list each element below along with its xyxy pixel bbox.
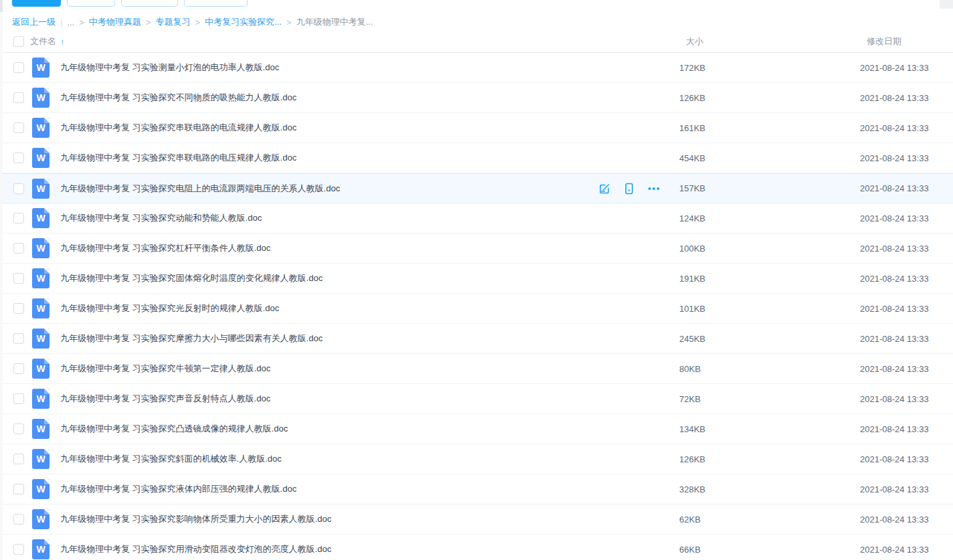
file-row[interactable]: W 九年级物理中考复 习实验探究牛顿第一定律人教版.doc [3, 354, 953, 384]
column-header-date[interactable]: 修改日期 [860, 35, 953, 48]
file-name[interactable]: 九年级物理中考复 习实验探究用滑动变阻器改变灯泡的亮度人教版.doc [60, 543, 331, 555]
file-date: 2021-08-24 13:33 [860, 63, 953, 73]
row-checkbox[interactable] [13, 273, 24, 284]
scrollbar-thumb[interactable] [940, 0, 953, 9]
secondary-action-button-2[interactable] [121, 0, 178, 7]
file-name[interactable]: 九年级物理中考复 习实验探究斜面的机械效率.人教版.doc [60, 453, 282, 465]
file-row[interactable]: W 九年级物理中考复 习实验探究电阻上的电流跟两端电压的关系人教版.doc [3, 173, 953, 203]
file-row[interactable]: W 九年级物理中考复 习实验探究影响物体所受重力大小的因素人教版.doc [3, 504, 953, 535]
file-size: 80KB [679, 364, 860, 374]
file-name[interactable]: 九年级物理中考复 习实验探究声音反射特点人教版.doc [60, 393, 270, 405]
row-checkbox[interactable] [13, 424, 24, 434]
file-name-cell: 九年级物理中考复 习实验探究光反射时的规律人教版.doc [60, 302, 679, 315]
file-size: 191KB [679, 274, 860, 284]
file-row[interactable]: W 九年级物理中考复 习实验探究杠杆平衡条件人教版.doc [3, 234, 953, 264]
file-name[interactable]: 九年级物理中考复 习实验探究凸透镜成像的规律人教版.doc [60, 423, 288, 435]
file-size: 161KB [679, 123, 860, 133]
file-row[interactable]: W 九年级物理中考复 习实验测量小灯泡的电功率人教版.doc [3, 53, 953, 83]
file-size: 134KB [679, 424, 860, 434]
file-date: 2021-08-24 13:33 [860, 123, 953, 133]
file-name[interactable]: 九年级物理中考复 习实验探究杠杆平衡条件人教版.doc [60, 242, 270, 254]
row-checkbox[interactable] [13, 213, 24, 223]
file-row[interactable]: W 九年级物理中考复 习实验探究液体内部压强的规律人教版.doc [3, 474, 953, 504]
breadcrumb-link[interactable]: 返回上一级 [12, 16, 56, 28]
word-document-icon: W [32, 509, 50, 529]
breadcrumb: 返回上一级|...>中考物理真题>专题复习>中考复习实验探究...>九年级物理中… [3, 7, 953, 31]
row-checkbox[interactable] [13, 363, 24, 374]
edit-icon[interactable] [598, 182, 611, 195]
file-size: 328KB [679, 484, 860, 494]
column-header-filename[interactable]: 文件名 ↑ [30, 35, 679, 48]
row-checkbox[interactable] [13, 153, 24, 163]
file-size: 62KB [679, 515, 860, 525]
row-checkbox[interactable] [13, 393, 24, 404]
file-name[interactable]: 九年级物理中考复 习实验探究不同物质的吸热能力人教版.doc [60, 92, 296, 104]
file-size: 66KB [679, 545, 860, 555]
file-name[interactable]: 九年级物理中考复 习实验探究串联电路的电流规律人教版.doc [60, 122, 296, 134]
file-row[interactable]: W 九年级物理中考复 习实验探究斜面的机械效率.人教版.doc [3, 444, 953, 474]
column-header-size[interactable]: 大小 [679, 35, 860, 48]
file-name[interactable]: 九年级物理中考复 习实验探究液体内部压强的规律人教版.doc [60, 483, 296, 495]
file-name[interactable]: 九年级物理中考复 习实验探究光反射时的规律人教版.doc [60, 302, 279, 314]
file-name[interactable]: 九年级物理中考复 习实验探究动能和势能人教版.doc [60, 212, 262, 224]
breadcrumb-separator: > [146, 17, 151, 27]
breadcrumb-link[interactable]: 中考复习实验探究... [205, 16, 282, 28]
file-row[interactable]: W 九年级物理中考复 习实验探究光反射时的规律人教版.doc [3, 294, 953, 324]
file-size: 126KB [679, 454, 860, 464]
word-document-icon: W [32, 539, 50, 559]
primary-action-button[interactable] [12, 0, 61, 7]
file-row[interactable]: W 九年级物理中考复 习实验探究凸透镜成像的规律人教版.doc [3, 414, 953, 444]
breadcrumb-link[interactable]: 中考物理真题 [89, 16, 141, 28]
word-document-icon: W [32, 238, 50, 258]
row-actions [598, 182, 661, 195]
file-name[interactable]: 九年级物理中考复 习实验探究固体熔化时温度的变化规律人教版.doc [60, 272, 323, 284]
file-name-cell: 九年级物理中考复 习实验探究摩擦力大小与哪些因素有关人教版.doc [60, 332, 679, 345]
row-checkbox[interactable] [13, 514, 24, 525]
file-row[interactable]: W 九年级物理中考复 习实验探究摩擦力大小与哪些因素有关人教版.doc [3, 324, 953, 354]
file-name[interactable]: 九年级物理中考复 习实验探究牛顿第一定律人教版.doc [60, 363, 270, 375]
file-row[interactable]: W 九年级物理中考复 习实验探究串联电路的电流规律人教版.doc [3, 113, 953, 143]
file-name-cell: 九年级物理中考复 习实验探究影响物体所受重力大小的因素人教版.doc [60, 512, 679, 526]
row-checkbox[interactable] [13, 183, 24, 194]
word-document-icon: W [32, 118, 50, 138]
file-row[interactable]: W 九年级物理中考复 习实验探究不同物质的吸热能力人教版.doc [3, 83, 953, 113]
file-name-cell: 九年级物理中考复 习实验探究串联电路的电流规律人教版.doc [60, 121, 679, 134]
file-name[interactable]: 九年级物理中考复 习实验测量小灯泡的电功率人教版.doc [60, 62, 279, 74]
file-name-cell: 九年级物理中考复 习实验探究杠杆平衡条件人教版.doc [60, 242, 679, 255]
file-name-cell: 九年级物理中考复 习实验探究动能和势能人教版.doc [60, 211, 679, 225]
row-checkbox[interactable] [13, 484, 24, 494]
file-row[interactable]: W 九年级物理中考复 习实验探究声音反射特点人教版.doc [3, 384, 953, 414]
secondary-action-button-3[interactable] [184, 0, 248, 7]
row-checkbox[interactable] [13, 333, 24, 344]
row-checkbox[interactable] [13, 62, 24, 73]
toolbar [3, 0, 953, 7]
window-left-strip [0, 0, 3, 560]
file-row[interactable]: W 九年级物理中考复 习实验探究固体熔化时温度的变化规律人教版.doc [3, 264, 953, 294]
row-checkbox[interactable] [13, 243, 24, 254]
file-name[interactable]: 九年级物理中考复 习实验探究摩擦力大小与哪些因素有关人教版.doc [60, 333, 323, 345]
file-table-header: 文件名 ↑ 大小 修改日期 [3, 31, 953, 53]
select-all-checkbox[interactable] [13, 36, 24, 47]
file-name-cell: 九年级物理中考复 习实验探究电阻上的电流跟两端电压的关系人教版.doc [60, 182, 679, 195]
word-document-icon: W [32, 298, 50, 318]
file-date: 2021-08-24 13:33 [860, 153, 953, 163]
row-checkbox[interactable] [13, 303, 24, 314]
breadcrumb-ellipsis[interactable]: ... [67, 17, 74, 27]
more-icon[interactable] [647, 182, 661, 195]
row-checkbox[interactable] [13, 92, 24, 103]
file-row[interactable]: W 九年级物理中考复 习实验探究动能和势能人教版.doc [3, 203, 953, 234]
breadcrumb-link[interactable]: 专题复习 [155, 16, 190, 28]
file-date: 2021-08-24 13:33 [860, 304, 953, 314]
file-name[interactable]: 九年级物理中考复 习实验探究串联电路的电压规律人教版.doc [60, 152, 296, 164]
secondary-action-button-1[interactable] [67, 0, 115, 7]
phone-icon[interactable] [622, 182, 636, 195]
word-document-icon: W [32, 479, 50, 499]
file-row[interactable]: W 九年级物理中考复 习实验探究串联电路的电压规律人教版.doc [3, 143, 953, 173]
file-row[interactable]: W 九年级物理中考复 习实验探究用滑动变阻器改变灯泡的亮度人教版.doc [3, 535, 953, 560]
row-checkbox[interactable] [13, 122, 24, 133]
file-name[interactable]: 九年级物理中考复 习实验探究电阻上的电流跟两端电压的关系人教版.doc [60, 183, 340, 195]
file-date: 2021-08-24 13:33 [860, 244, 953, 254]
row-checkbox[interactable] [13, 454, 24, 464]
row-checkbox[interactable] [13, 544, 24, 555]
file-name[interactable]: 九年级物理中考复 习实验探究影响物体所受重力大小的因素人教版.doc [60, 513, 331, 525]
